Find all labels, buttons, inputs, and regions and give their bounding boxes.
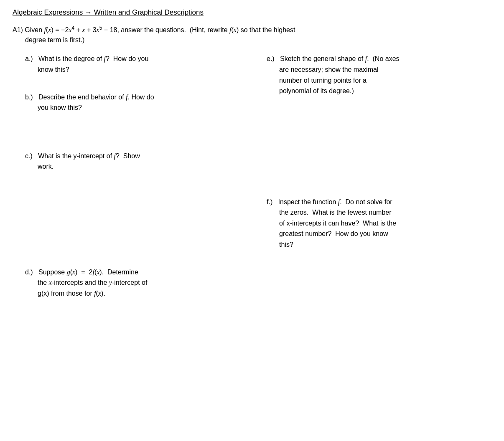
page-title: Algebraic Expressions → Written and Grap… [13, 8, 491, 17]
question-e: e.) Sketch the general shape of f. (No a… [267, 49, 491, 109]
question-b-line2: you know this? [25, 102, 250, 113]
question-c: c.) What is the y-intercept of f? Show w… [25, 147, 250, 205]
question-c-content: What is the y-intercept of f? Show [38, 152, 140, 160]
question-f-line5: this? [267, 239, 491, 250]
question-a-line2: know this? [25, 64, 250, 75]
right-column: e.) Sketch the general shape of f. (No a… [267, 49, 491, 262]
question-f-content: Inspect the function f. Do not solve for [278, 198, 392, 205]
question-f-line4: greatest number? How do you know [267, 228, 491, 239]
question-f-label: f.) [267, 198, 276, 205]
question-e-line4: polynomial of its degree.) [267, 86, 491, 96]
question-d-label: d.) [25, 269, 37, 276]
question-e-content: Sketch the general shape of f. (No axes [280, 55, 400, 62]
question-d-line3: g(x) from those for f(x). [25, 288, 491, 299]
question-d-line2: the x-intercepts and the y-intercept of [25, 277, 491, 288]
problem-intro-line2: degree term is first.) [13, 36, 84, 43]
question-b-text: b.) Describe the end behavior of f. How … [25, 92, 250, 113]
question-d-content: Suppose g(x) = 2f(x). Determine [38, 269, 138, 276]
question-c-line2: work. [25, 161, 250, 172]
question-d: d.) Suppose g(x) = 2f(x). Determine the … [25, 263, 491, 303]
question-e-text: e.) Sketch the general shape of f. (No a… [267, 53, 491, 96]
question-f-line3: of x-intercepts it can have? What is the [267, 218, 491, 229]
question-a: a.) What is the degree of f? How do you … [25, 49, 250, 87]
question-e-line3: number of turning points for a [267, 75, 491, 86]
question-c-label: c.) [25, 152, 36, 160]
sketch-space-e [267, 109, 491, 193]
question-a-text: a.) What is the degree of f? How do you … [25, 53, 250, 75]
question-f: f.) Inspect the function f. Do not solve… [267, 193, 491, 263]
question-e-line2: are necessary; show the maximal [267, 64, 491, 75]
question-e-label: e.) [267, 55, 278, 62]
question-f-line2: the zeros. What is the fewest number [267, 207, 491, 218]
question-c-text: c.) What is the y-intercept of f? Show w… [25, 151, 250, 172]
questions-grid: a.) What is the degree of f? How do you … [25, 49, 491, 262]
problem-intro: A1) Given f(x) = −2x4 + x + 3x5 − 18, an… [13, 24, 491, 45]
problem-label: A1) [13, 26, 23, 33]
question-a-label: a.) [25, 55, 37, 62]
problem-intro-text1: Given f(x) = −2x4 + x + 3x5 − 18, answer… [25, 26, 295, 33]
question-b: b.) Describe the end behavior of f. How … [25, 88, 250, 147]
question-f-text: f.) Inspect the function f. Do not solve… [267, 197, 491, 250]
question-b-label: b.) [25, 94, 37, 101]
question-a-content: What is the degree of f? How do you [38, 55, 148, 62]
left-column: a.) What is the degree of f? How do you … [25, 49, 250, 262]
question-d-text: d.) Suppose g(x) = 2f(x). Determine the … [25, 267, 491, 299]
question-b-content: Describe the end behavior of f. How do [38, 94, 154, 101]
